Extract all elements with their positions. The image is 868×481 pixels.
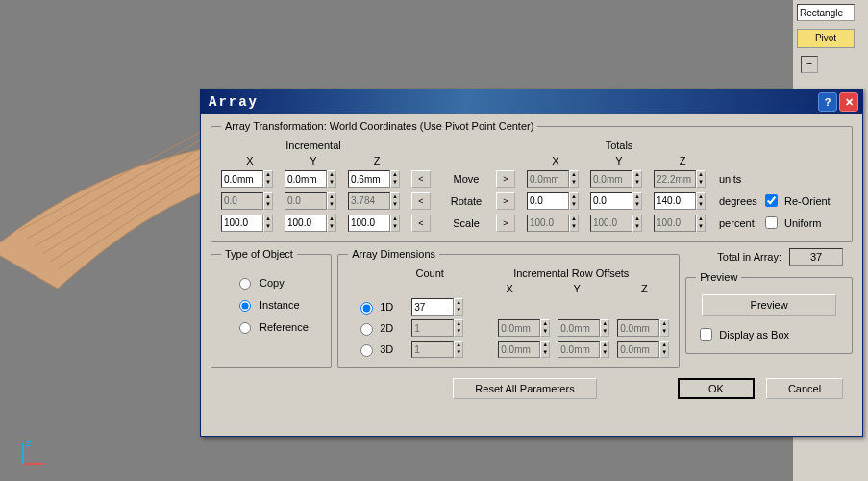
rotate-right-arrow[interactable]: > <box>496 192 515 210</box>
uniform-label: Uniform <box>784 217 822 229</box>
scale-right-arrow[interactable]: > <box>496 215 515 232</box>
tot-y-header: Y <box>590 155 648 166</box>
tot-z-header: Z <box>654 155 711 166</box>
2d-count[interactable]: ▲▼ <box>411 319 463 337</box>
rotate-tot-y[interactable]: ▲▼ <box>590 192 642 210</box>
3d-radio[interactable] <box>360 344 373 357</box>
pivot-button[interactable]: Pivot <box>797 29 855 48</box>
move-tot-z[interactable]: ▲▼ <box>654 170 706 188</box>
reorient-checkbox[interactable] <box>765 194 778 207</box>
rotate-inc-z[interactable]: ▲▼ <box>348 192 400 210</box>
reorient-label: Re-Orient <box>784 195 831 207</box>
move-inc-x[interactable]: ▲▼ <box>221 170 273 188</box>
tot-x-header: X <box>527 155 584 166</box>
display-as-box-checkbox[interactable] <box>700 328 712 341</box>
instance-label: Instance <box>260 299 300 311</box>
scale-tot-z[interactable]: ▲▼ <box>654 215 706 232</box>
type-of-object-group: Type of Object Copy Instance Reference <box>211 248 332 368</box>
cancel-button[interactable]: Cancel <box>766 378 843 399</box>
inc-x-header: X <box>221 155 279 166</box>
dims-legend: Array Dimensions <box>348 248 439 260</box>
2d-x[interactable]: ▲▼ <box>498 319 550 337</box>
move-left-arrow[interactable]: < <box>411 170 431 188</box>
minus-button[interactable]: − <box>801 56 818 73</box>
3d-count[interactable]: ▲▼ <box>411 341 463 358</box>
3d-x[interactable]: ▲▼ <box>498 341 550 358</box>
scale-left-arrow[interactable]: < <box>411 215 431 232</box>
array-dialog: Array ? ✕ Array Transformation: World Co… <box>200 89 863 437</box>
reset-button[interactable]: Reset All Parameters <box>453 378 597 399</box>
scale-units: percent <box>717 217 756 229</box>
2d-z[interactable]: ▲▼ <box>617 319 669 337</box>
reference-radio[interactable] <box>239 322 251 334</box>
1d-count[interactable]: ▲▼ <box>411 298 463 316</box>
2d-radio[interactable] <box>360 323 373 336</box>
copy-label: Copy <box>260 277 285 289</box>
count-header: Count <box>386 267 473 279</box>
rotate-units: degrees <box>717 195 756 207</box>
rotate-label: Rotate <box>442 195 490 207</box>
close-icon: ✕ <box>845 96 854 109</box>
dims-z-header: Z <box>625 283 663 294</box>
preview-group: Preview Preview Display as Box <box>685 271 853 354</box>
titlebar: Array ? ✕ <box>201 89 862 114</box>
scale-inc-x[interactable]: ▲▼ <box>221 215 273 232</box>
ok-button[interactable]: OK <box>678 378 755 399</box>
object-name-field[interactable] <box>797 4 855 21</box>
rotate-inc-y[interactable]: ▲▼ <box>285 192 336 210</box>
move-inc-y[interactable]: ▲▼ <box>285 170 336 188</box>
inc-z-header: Z <box>348 155 406 166</box>
inc-y-header: Y <box>285 155 342 166</box>
2d-y[interactable]: ▲▼ <box>558 319 609 337</box>
total-label: Total in Array: <box>717 251 781 263</box>
2d-label: 2D <box>380 322 393 334</box>
close-button[interactable]: ✕ <box>839 92 858 112</box>
totals-header: Totals <box>527 139 711 151</box>
svg-text:z: z <box>26 437 32 448</box>
axis-gizmo: z <box>15 437 50 473</box>
scale-inc-y[interactable]: ▲▼ <box>285 215 336 232</box>
scale-inc-z[interactable]: ▲▼ <box>348 215 400 232</box>
move-units: units <box>717 173 756 185</box>
type-legend: Type of Object <box>221 248 297 260</box>
reference-label: Reference <box>260 321 309 333</box>
array-dimensions-group: Array Dimensions Count Incremental Row O… <box>337 248 680 368</box>
incremental-header: Incremental <box>221 139 406 151</box>
3d-z[interactable]: ▲▼ <box>617 341 669 358</box>
preview-button[interactable]: Preview <box>702 294 836 316</box>
move-inc-z[interactable]: ▲▼ <box>348 170 400 188</box>
rotate-inc-x[interactable]: ▲▼ <box>221 192 273 210</box>
move-tot-y[interactable]: ▲▼ <box>590 170 642 188</box>
3d-y[interactable]: ▲▼ <box>558 341 609 358</box>
display-as-box-label: Display as Box <box>719 329 789 341</box>
3d-label: 3D <box>380 343 393 355</box>
scale-label: Scale <box>442 217 490 229</box>
offsets-header: Incremental Row Offsets <box>473 267 669 279</box>
move-tot-x[interactable]: ▲▼ <box>527 170 579 188</box>
rotate-tot-z[interactable]: ▲▼ <box>654 192 706 210</box>
array-transformation-group: Array Transformation: World Coordinates … <box>211 120 853 242</box>
help-button[interactable]: ? <box>818 92 837 112</box>
move-right-arrow[interactable]: > <box>496 170 515 188</box>
1d-label: 1D <box>380 301 393 313</box>
uniform-checkbox[interactable] <box>765 216 778 229</box>
dialog-title: Array <box>205 94 816 110</box>
move-label: Move <box>442 173 490 185</box>
fan-staircase-geometry <box>0 106 231 289</box>
total-value: 37 <box>789 248 843 266</box>
preview-legend: Preview <box>696 271 741 283</box>
rotate-left-arrow[interactable]: < <box>411 192 431 210</box>
dims-x-header: X <box>490 283 529 294</box>
instance-radio[interactable] <box>239 300 251 312</box>
scale-tot-y[interactable]: ▲▼ <box>590 215 642 232</box>
scale-tot-x[interactable]: ▲▼ <box>527 215 579 232</box>
copy-radio[interactable] <box>239 278 251 290</box>
1d-radio[interactable] <box>360 302 373 315</box>
transform-legend: Array Transformation: World Coordinates … <box>221 120 537 132</box>
rotate-tot-x[interactable]: ▲▼ <box>527 192 579 210</box>
dims-y-header: Y <box>558 283 596 294</box>
